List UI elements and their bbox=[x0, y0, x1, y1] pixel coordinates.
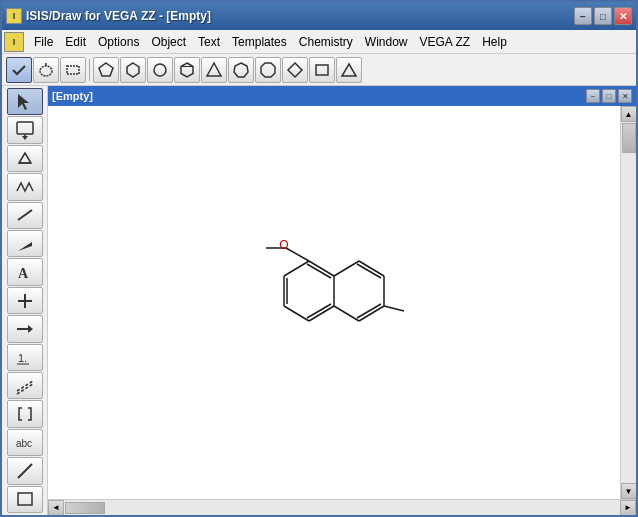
sub-window-bar: [Empty] − □ ✕ bbox=[48, 86, 636, 106]
menu-file[interactable]: File bbox=[28, 33, 59, 51]
sub-minimize-button[interactable]: − bbox=[586, 89, 600, 103]
svg-line-42 bbox=[307, 304, 331, 318]
tool-arrow-right[interactable] bbox=[7, 315, 43, 342]
svg-marker-4 bbox=[127, 63, 139, 77]
sub-window-title: [Empty] bbox=[52, 90, 93, 102]
menu-help[interactable]: Help bbox=[476, 33, 513, 51]
tool-chain[interactable] bbox=[7, 173, 43, 200]
svg-rect-15 bbox=[17, 122, 33, 134]
toolbar bbox=[2, 54, 636, 86]
svg-line-50 bbox=[286, 248, 309, 261]
svg-line-20 bbox=[18, 210, 32, 220]
svg-rect-33 bbox=[18, 493, 32, 505]
toolbar-pentagon[interactable] bbox=[93, 57, 119, 83]
toolbar-rect-select[interactable] bbox=[60, 57, 86, 83]
tool-wedge[interactable] bbox=[7, 230, 43, 257]
svg-line-34 bbox=[309, 261, 334, 276]
menu-window[interactable]: Window bbox=[359, 33, 414, 51]
toolbar-octagon[interactable] bbox=[255, 57, 281, 83]
svg-line-40 bbox=[307, 264, 331, 278]
tool-plus[interactable] bbox=[7, 287, 43, 314]
tool-bond[interactable] bbox=[7, 202, 43, 229]
svg-marker-6 bbox=[181, 63, 193, 77]
vertical-scrollbar: ▲ ▼ bbox=[620, 106, 636, 499]
svg-line-49 bbox=[357, 304, 381, 318]
menu-object[interactable]: Object bbox=[145, 33, 192, 51]
svg-marker-14 bbox=[18, 94, 29, 110]
menu-edit[interactable]: Edit bbox=[59, 33, 92, 51]
oxygen-label: O bbox=[279, 238, 288, 252]
toolbar-heptagon[interactable] bbox=[228, 57, 254, 83]
tool-erase[interactable] bbox=[7, 145, 43, 172]
maximize-button[interactable]: □ bbox=[594, 7, 612, 25]
tool-arrow[interactable] bbox=[7, 88, 43, 115]
svg-line-36 bbox=[309, 306, 334, 321]
toolbar-hexagon[interactable] bbox=[120, 57, 146, 83]
scroll-track[interactable] bbox=[621, 122, 636, 483]
left-toolbar: A 1. abc bbox=[2, 86, 48, 515]
toolbar-select-check[interactable] bbox=[6, 57, 32, 83]
scroll-h-thumb[interactable] bbox=[65, 502, 105, 514]
svg-marker-8 bbox=[207, 63, 221, 76]
sub-maximize-button[interactable]: □ bbox=[602, 89, 616, 103]
svg-rect-2 bbox=[67, 66, 79, 74]
toolbar-triangle[interactable] bbox=[201, 57, 227, 83]
svg-point-0 bbox=[40, 66, 52, 76]
svg-line-37 bbox=[284, 306, 309, 321]
horizontal-scrollbar[interactable] bbox=[64, 500, 620, 515]
svg-marker-21 bbox=[18, 242, 32, 251]
tool-line[interactable] bbox=[7, 457, 43, 484]
scroll-left-button[interactable]: ◄ bbox=[48, 500, 64, 516]
sub-close-button[interactable]: ✕ bbox=[618, 89, 632, 103]
main-area: A 1. abc bbox=[2, 86, 636, 515]
toolbar-diamond[interactable] bbox=[282, 57, 308, 83]
scroll-right-button[interactable]: ► bbox=[620, 500, 636, 516]
menu-templates[interactable]: Templates bbox=[226, 33, 293, 51]
menu-text[interactable]: Text bbox=[192, 33, 226, 51]
menu-app-icon: I bbox=[4, 32, 24, 52]
svg-text:A: A bbox=[18, 266, 29, 281]
tool-number[interactable]: 1. bbox=[7, 344, 43, 371]
title-bar: I ISIS/Draw for VEGA ZZ - [Empty] − □ ✕ bbox=[2, 2, 636, 30]
menu-chemistry[interactable]: Chemistry bbox=[293, 33, 359, 51]
scroll-down-button[interactable]: ▼ bbox=[621, 483, 637, 499]
svg-point-5 bbox=[154, 64, 166, 76]
svg-marker-17 bbox=[22, 136, 28, 140]
tool-move[interactable] bbox=[7, 116, 43, 143]
svg-text:1.: 1. bbox=[18, 352, 27, 364]
svg-marker-18 bbox=[19, 153, 31, 163]
svg-marker-9 bbox=[234, 63, 248, 77]
svg-marker-10 bbox=[261, 63, 275, 77]
scroll-thumb[interactable] bbox=[622, 123, 636, 153]
app-icon: I bbox=[6, 8, 22, 24]
toolbar-rect[interactable] bbox=[309, 57, 335, 83]
menu-options[interactable]: Options bbox=[92, 33, 145, 51]
tool-rect-tool[interactable] bbox=[7, 486, 43, 513]
svg-line-43 bbox=[334, 261, 359, 276]
tool-text[interactable]: A bbox=[7, 258, 43, 285]
toolbar-tri-up[interactable] bbox=[336, 57, 362, 83]
tool-dotted[interactable] bbox=[7, 372, 43, 399]
svg-line-48 bbox=[357, 264, 381, 278]
svg-marker-3 bbox=[99, 63, 113, 76]
tool-bracket[interactable] bbox=[7, 400, 43, 427]
title-bar-left: I ISIS/Draw for VEGA ZZ - [Empty] bbox=[6, 8, 211, 24]
tool-abc[interactable]: abc bbox=[7, 429, 43, 456]
toolbar-divider-1 bbox=[89, 59, 90, 81]
title-buttons: − □ ✕ bbox=[574, 7, 632, 25]
bottom-bar: ◄ ► bbox=[48, 499, 636, 515]
toolbar-circle[interactable] bbox=[147, 57, 173, 83]
menu-vegaz[interactable]: VEGA ZZ bbox=[414, 33, 477, 51]
sub-window-buttons: − □ ✕ bbox=[586, 89, 632, 103]
toolbar-hexagon2[interactable] bbox=[174, 57, 200, 83]
svg-line-46 bbox=[359, 306, 384, 321]
toolbar-lasso[interactable] bbox=[33, 57, 59, 83]
minimize-button[interactable]: − bbox=[574, 7, 592, 25]
svg-line-30 bbox=[17, 384, 33, 394]
svg-line-47 bbox=[334, 306, 359, 321]
svg-marker-13 bbox=[342, 64, 356, 76]
close-button[interactable]: ✕ bbox=[614, 7, 632, 25]
canvas-area[interactable]: O bbox=[48, 106, 620, 499]
scroll-up-button[interactable]: ▲ bbox=[621, 106, 637, 122]
svg-text:abc: abc bbox=[16, 438, 32, 449]
